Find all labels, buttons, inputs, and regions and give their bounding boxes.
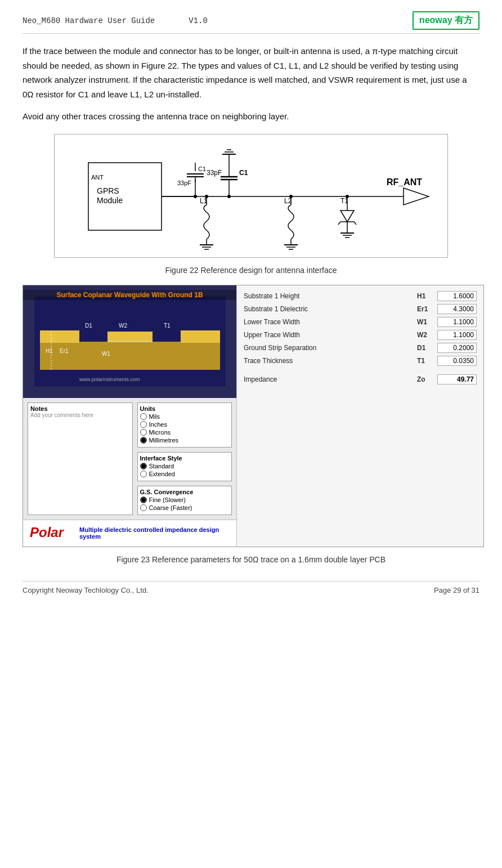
interface-style-section: Interface Style Standard Extended: [137, 452, 232, 481]
param-row-d1: Ground Strip Separation D1 0.2000: [244, 343, 477, 353]
svg-text:GPRS: GPRS: [97, 186, 119, 195]
body-paragraph-1: If the trace between the module and conn…: [23, 44, 479, 101]
notes-section: Notes Add your comments here: [28, 402, 133, 515]
body-paragraph-2: Avoid any other traces crossing the ante…: [23, 109, 479, 124]
svg-text:D1: D1: [85, 323, 92, 329]
svg-rect-53: [40, 342, 220, 370]
units-mm-row: Millimetres: [140, 437, 230, 444]
waveguide-svg: H1 W2 D1 T1 Er1 W1 www.polarinstruments.…: [34, 297, 226, 387]
figure-22-container: GPRS Module ANT C1 33pF: [23, 134, 479, 275]
figure-22-caption: Figure 22 Reference design for antenna i…: [165, 266, 337, 275]
svg-text:www.polarinstruments.com: www.polarinstruments.com: [79, 377, 140, 382]
units-microns-row: Microns: [140, 429, 230, 436]
page-footer: Copyright Neoway Techlology Co., Ltd. Pa…: [23, 581, 479, 594]
doc-version: V1.0: [189, 16, 208, 25]
svg-text:L2: L2: [284, 197, 292, 205]
page-header: Neo_M680 Hardware User Guide V1.0 neoway…: [23, 11, 479, 34]
param-value-w2: 1.1000: [437, 330, 477, 340]
extended-radio[interactable]: [140, 471, 147, 477]
page-number: Page 29 of 31: [434, 586, 479, 594]
svg-text:W1: W1: [102, 351, 110, 357]
coarse-label: Coarse (Faster): [149, 504, 192, 511]
gs-convergence-section: G.S. Convergence Fine (Slower) Coarse (F…: [137, 486, 232, 515]
interface-label: Interface Style: [140, 455, 230, 462]
microns-radio[interactable]: [140, 429, 147, 436]
copyright-text: Copyright Neoway Techlology Co., Ltd.: [23, 586, 149, 594]
polar-footer: Polar Multiple dielectric controlled imp…: [23, 520, 236, 547]
param-label-t1: Trace Thickness: [244, 357, 417, 365]
microns-label: Microns: [149, 429, 171, 436]
fine-label: Fine (Slower): [149, 496, 186, 503]
svg-text:T1: T1: [164, 323, 171, 329]
svg-text:Module: Module: [97, 196, 123, 205]
param-label-h1: Substrate 1 Height: [244, 292, 417, 300]
param-label-w1: Lower Trace Width: [244, 318, 417, 326]
svg-text:33pF: 33pF: [207, 169, 222, 177]
figure-23-caption: Figure 23 Reference parameters for 50Ω t…: [116, 555, 386, 564]
svg-text:C1: C1: [198, 165, 206, 172]
svg-line-39: [338, 222, 340, 225]
param-value-h1: 1.6000: [437, 291, 477, 301]
svg-text:H1: H1: [46, 348, 53, 354]
svg-rect-56: [107, 332, 153, 342]
param-value-d1: 0.2000: [437, 343, 477, 353]
impedance-symbol: Zo: [417, 375, 437, 383]
param-symbol-t1: T1: [417, 357, 437, 365]
pcb-right-panel: Substrate 1 Height H1 1.6000 Substrate 1…: [237, 285, 483, 547]
units-mils-row: Mils: [140, 413, 230, 420]
svg-text:T1: T1: [340, 197, 348, 205]
interface-extended-row: Extended: [140, 471, 230, 477]
svg-text:RF_ANT: RF_ANT: [387, 177, 422, 187]
circuit-diagram: GPRS Module ANT C1 33pF: [54, 134, 448, 258]
fine-radio[interactable]: [140, 496, 147, 503]
pcb-diagram-title: Surface Coplanar Waveguide With Ground 1…: [23, 290, 236, 300]
impedance-row: Impedance Zo 49.77: [244, 374, 477, 384]
units-label: Units: [140, 405, 230, 412]
param-value-er1: 4.3000: [437, 304, 477, 314]
gs-coarse-row: Coarse (Faster): [140, 504, 230, 511]
impedance-label: Impedance: [244, 375, 417, 383]
param-row-h1: Substrate 1 Height H1 1.6000: [244, 291, 477, 301]
units-inches-row: Inches: [140, 421, 230, 428]
svg-marker-46: [404, 188, 429, 205]
param-symbol-w1: W1: [417, 318, 437, 326]
svg-text:L1: L1: [200, 197, 208, 205]
standard-radio[interactable]: [140, 463, 147, 469]
svg-text:W2: W2: [119, 323, 127, 329]
svg-text:Polar: Polar: [30, 525, 65, 540]
circuit-svg: GPRS Module ANT C1 33pF: [55, 135, 449, 258]
extended-label: Extended: [149, 471, 175, 477]
coarse-radio[interactable]: [140, 504, 147, 511]
gs-fine-row: Fine (Slower): [140, 496, 230, 503]
svg-rect-55: [181, 330, 220, 343]
gs-label: G.S. Convergence: [140, 489, 230, 495]
svg-text:C1: C1: [239, 169, 248, 177]
mm-radio[interactable]: [140, 437, 147, 444]
mils-label: Mils: [149, 413, 160, 420]
polar-logo: Polar: [29, 524, 74, 543]
svg-text:Er1: Er1: [60, 348, 69, 354]
notes-label: Notes: [30, 405, 130, 412]
interface-standard-row: Standard: [140, 463, 230, 469]
svg-marker-37: [340, 211, 354, 222]
units-section: Units Mils Inches Microns: [137, 402, 232, 448]
param-label-d1: Ground Strip Separation: [244, 344, 417, 352]
param-symbol-w2: W2: [417, 331, 437, 339]
svg-text:33pF: 33pF: [177, 180, 191, 186]
impedance-value: 49.77: [437, 374, 477, 384]
inches-label: Inches: [149, 421, 167, 428]
polar-tagline: Multiple dielectric controlled impedance…: [79, 526, 231, 540]
param-symbol-h1: H1: [417, 292, 437, 300]
inches-radio[interactable]: [140, 421, 147, 428]
param-row-t1: Trace Thickness T1 0.0350: [244, 356, 477, 366]
notes-value: Add your comments here: [30, 412, 130, 418]
param-row-er1: Substrate 1 Dielectric Er1 4.3000: [244, 304, 477, 314]
mm-label: Millimetres: [149, 437, 179, 444]
param-row-w2: Upper Trace Width W2 1.1000: [244, 330, 477, 340]
param-row-w1: Lower Trace Width W1 1.1000: [244, 317, 477, 327]
standard-label: Standard: [149, 463, 174, 469]
param-label-er1: Substrate 1 Dielectric: [244, 305, 417, 313]
param-symbol-er1: Er1: [417, 305, 437, 313]
svg-text:ANT: ANT: [91, 174, 104, 181]
mils-radio[interactable]: [140, 413, 147, 420]
